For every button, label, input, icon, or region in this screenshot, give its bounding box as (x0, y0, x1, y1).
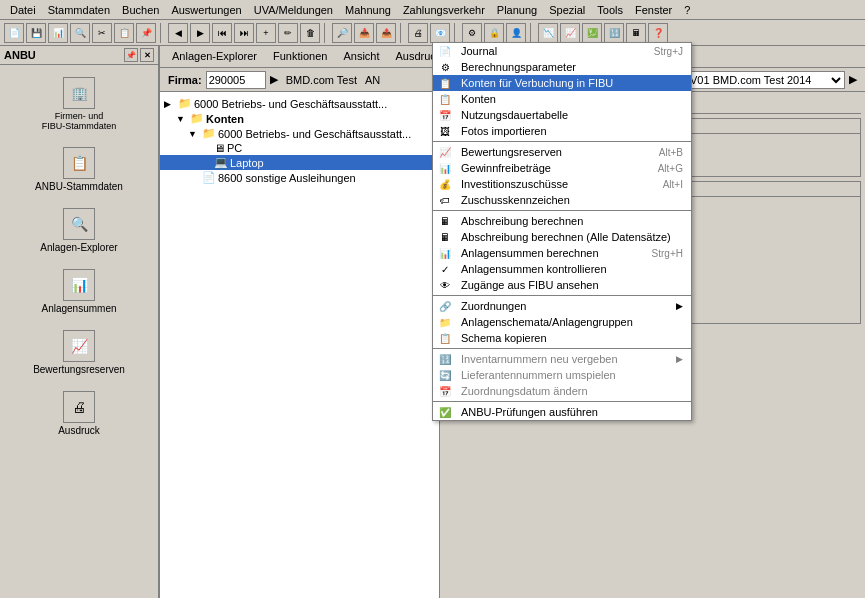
toolbar-btn-25[interactable]: 💹 (582, 23, 602, 43)
toolbar-btn-3[interactable]: 📊 (48, 23, 68, 43)
toolbar-btn-9[interactable]: ▶ (190, 23, 210, 43)
bewertungsreserven-shortcut: Alt+B (659, 147, 683, 158)
tree-toggle-1[interactable]: ▼ (176, 114, 188, 124)
toolbar-btn-26[interactable]: 🔢 (604, 23, 624, 43)
menu-item-schema-kopieren[interactable]: 📋 Schema kopieren (433, 330, 691, 346)
content-menu-ansicht[interactable]: Ansicht (335, 49, 387, 65)
sidebar-item-bewertungsreserven[interactable]: 📈 Bewertungsreserven (9, 326, 149, 379)
toolbar-btn-21[interactable]: 🔒 (484, 23, 504, 43)
menu-item-journal[interactable]: 📄 Journal Strg+J (433, 43, 691, 59)
menu-spezial[interactable]: Spezial (543, 3, 591, 17)
menubar: Datei Stammdaten Buchen Auswertungen UVA… (0, 0, 865, 20)
menu-fenster[interactable]: Fenster (629, 3, 678, 17)
menu-item-abschreibung[interactable]: 🖩 Abschreibung berechnen (433, 213, 691, 229)
sidebar-item-anbu-stammdaten[interactable]: 📋 ANBU-Stammdaten (9, 143, 149, 196)
menu-stammdaten[interactable]: Stammdaten (42, 3, 116, 17)
tree-item-0[interactable]: ▶ 📁 6000 Betriebs- und Geschäftsausstatt… (160, 96, 439, 111)
toolbar-btn-16[interactable]: 📥 (354, 23, 374, 43)
toolbar-sep-4 (454, 23, 458, 43)
menu-item-investitionszuschuesse[interactable]: 💰 Investitionszuschüsse Alt+I (433, 176, 691, 192)
toolbar-btn-20[interactable]: ⚙ (462, 23, 482, 43)
sidebar-item-ausdruck[interactable]: 🖨 Ausdruck (9, 387, 149, 440)
menu-item-zugaenge[interactable]: 👁 Zugänge aus FIBU ansehen (433, 277, 691, 293)
menu-label-fotos: Fotos importieren (461, 125, 547, 137)
toolbar-btn-12[interactable]: + (256, 23, 276, 43)
toolbar-sep-2 (324, 23, 328, 43)
menu-planung[interactable]: Planung (491, 3, 543, 17)
toolbar-btn-19[interactable]: 📧 (430, 23, 450, 43)
menu-zahlungsverkehr[interactable]: Zahlungsverkehr (397, 3, 491, 17)
sidebar-label-anlagensummen: Anlagensummen (41, 303, 116, 314)
menu-help[interactable]: ? (678, 3, 696, 17)
toolbar-btn-2[interactable]: 💾 (26, 23, 46, 43)
toolbar-btn-28[interactable]: ❓ (648, 23, 668, 43)
toolbar-btn-18[interactable]: 🖨 (408, 23, 428, 43)
menu-mahnung[interactable]: Mahnung (339, 3, 397, 17)
menu-item-nutzungsdauertabelle[interactable]: 📅 Nutzungsdauertabelle (433, 107, 691, 123)
firma-input[interactable] (206, 71, 266, 89)
menu-item-konten-fibu[interactable]: 📋 Konten für Verbuchung in FIBU (433, 75, 691, 91)
sidebar-item-firmen[interactable]: 🏢 Firmen- undFIBU-Stammdaten (9, 73, 149, 135)
menu-item-gewinnfreibetraege[interactable]: 📊 Gewinnfreibeträge Alt+G (433, 160, 691, 176)
pin-icon[interactable]: 📌 (124, 48, 138, 62)
close-sidebar-icon[interactable]: ✕ (140, 48, 154, 62)
firma-year-dropdown[interactable]: V01 BMD.com Test 2014 (681, 71, 845, 89)
zuordnungsdatum-icon: 📅 (437, 383, 453, 399)
zuschusskennzeichen-icon: 🏷 (437, 192, 453, 208)
sidebar-item-anlagen-explorer[interactable]: 🔍 Anlagen-Explorer (9, 204, 149, 257)
fotos-icon: 🖼 (437, 123, 453, 139)
tree-icon-2: 📁 (202, 127, 216, 140)
toolbar-btn-13[interactable]: ✏ (278, 23, 298, 43)
menu-tools[interactable]: Tools (591, 3, 629, 17)
menu-item-konten[interactable]: 📋 Konten (433, 91, 691, 107)
tree-item-3[interactable]: 🖥 PC (160, 141, 439, 155)
toolbar-btn-6[interactable]: 📋 (114, 23, 134, 43)
menu-item-fotos[interactable]: 🖼 Fotos importieren (433, 123, 691, 139)
tree-toggle-4 (200, 158, 212, 168)
menu-auswertungen[interactable]: Auswertungen (165, 3, 247, 17)
toolbar-btn-14[interactable]: 🗑 (300, 23, 320, 43)
menu-item-bewertungsreserven[interactable]: 📈 Bewertungsreserven Alt+B (433, 144, 691, 160)
menu-item-zuordnungen[interactable]: 🔗 Zuordnungen ▶ (433, 298, 691, 314)
tree-toggle-0[interactable]: ▶ (164, 99, 176, 109)
anlagen-explorer-icon: 🔍 (63, 208, 95, 240)
content-menu-funktionen[interactable]: Funktionen (265, 49, 335, 65)
toolbar-btn-4[interactable]: 🔍 (70, 23, 90, 43)
tree-label-4: Laptop (230, 157, 264, 169)
menu-buchen[interactable]: Buchen (116, 3, 165, 17)
menu-datei[interactable]: Datei (4, 3, 42, 17)
menu-item-anbu-pruefungen[interactable]: ✅ ANBU-Prüfungen ausführen (433, 404, 691, 420)
toolbar-btn-8[interactable]: ◀ (168, 23, 188, 43)
toolbar-btn-11[interactable]: ⏭ (234, 23, 254, 43)
tree-item-2[interactable]: ▼ 📁 6000 Betriebs- und Geschäftsausstatt… (160, 126, 439, 141)
gewinnfreibetraege-shortcut: Alt+G (658, 163, 683, 174)
toolbar-btn-23[interactable]: 📉 (538, 23, 558, 43)
tree-item-4[interactable]: 💻 Laptop (160, 155, 439, 170)
tree-toggle-2[interactable]: ▼ (188, 129, 200, 139)
menu-item-berechnungsparameter[interactable]: ⚙ Berechnungsparameter (433, 59, 691, 75)
sidebar-item-anlagensummen[interactable]: 📊 Anlagensummen (9, 265, 149, 318)
menu-item-anlagenschemata[interactable]: 📁 Anlagenschemata/Anlagengruppen (433, 314, 691, 330)
menu-item-zuschusskennzeichen[interactable]: 🏷 Zuschusskennzeichen (433, 192, 691, 208)
toolbar-btn-17[interactable]: 📤 (376, 23, 396, 43)
toolbar-btn-10[interactable]: ⏮ (212, 23, 232, 43)
menu-label-anlagensummen-berechnen: Anlagensummen berechnen (461, 247, 599, 259)
toolbar-btn-22[interactable]: 👤 (506, 23, 526, 43)
schema-kopieren-icon: 📋 (437, 330, 453, 346)
toolbar-btn-7[interactable]: 📌 (136, 23, 156, 43)
content-menu-anlagen-explorer[interactable]: Anlagen-Explorer (164, 49, 265, 65)
toolbar-btn-1[interactable]: 📄 (4, 23, 24, 43)
nutzungsdauertabelle-icon: 📅 (437, 107, 453, 123)
journal-icon: 📄 (437, 43, 453, 59)
tree-item-1[interactable]: ▼ 📁 Konten (160, 111, 439, 126)
menu-uva[interactable]: UVA/Meldungen (248, 3, 339, 17)
menu-item-anlagensummen-kontrollieren[interactable]: ✓ Anlagensummen kontrollieren (433, 261, 691, 277)
menu-item-lieferantennummern: 🔄 Lieferantennummern umspielen (433, 367, 691, 383)
toolbar-btn-27[interactable]: 🖩 (626, 23, 646, 43)
menu-item-anlagensummen-berechnen[interactable]: 📊 Anlagensummen berechnen Strg+H (433, 245, 691, 261)
toolbar-btn-24[interactable]: 📈 (560, 23, 580, 43)
toolbar-btn-5[interactable]: ✂ (92, 23, 112, 43)
toolbar-btn-15[interactable]: 🔎 (332, 23, 352, 43)
menu-item-abschreibung-alle[interactable]: 🖩 Abschreibung berechnen (Alle Datensätz… (433, 229, 691, 245)
tree-item-5[interactable]: 📄 8600 sonstige Ausleihungen (160, 170, 439, 185)
